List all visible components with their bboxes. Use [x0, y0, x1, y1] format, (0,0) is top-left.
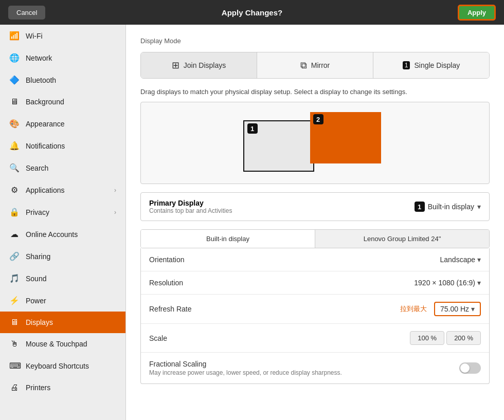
- orientation-row: Orientation Landscape ▾: [141, 248, 489, 271]
- mirror-icon: ⧉: [300, 60, 307, 71]
- scale-100-button[interactable]: 100 %: [410, 331, 444, 345]
- display-box-1[interactable]: 1: [243, 120, 314, 172]
- scale-200-button[interactable]: 200 %: [446, 331, 481, 345]
- primary-display-label: Primary Display: [149, 199, 410, 207]
- refresh-rate-value: 75.00 Hz: [440, 305, 469, 313]
- tab-join-displays[interactable]: ⊞ Join Displays: [141, 52, 257, 78]
- sub-tabs: Built-in display Lenovo Group Limited 24…: [140, 229, 490, 248]
- orientation-dropdown-arrow: ▾: [477, 255, 481, 264]
- sidebar-item-label: Applications: [26, 186, 65, 194]
- main-layout: 📶 Wi-Fi 🌐 Network 🔷 Bluetooth 🖥 Backgrou…: [0, 25, 504, 420]
- refresh-rate-label: Refresh Rate: [149, 305, 400, 313]
- sidebar-item-label: Network: [26, 54, 52, 62]
- topbar-title: Apply Changes?: [222, 8, 282, 17]
- applications-icon: ⚙: [9, 185, 20, 195]
- settings-table: Orientation Landscape ▾ Resolution 1920 …: [140, 248, 490, 384]
- sidebar-item-mouse-touchpad[interactable]: 🖱 Mouse & Touchpad: [0, 333, 125, 355]
- tab-single-display[interactable]: 1 Single Display: [373, 52, 489, 78]
- notifications-icon: 🔔: [9, 141, 20, 151]
- online-accounts-icon: ☁: [9, 229, 20, 239]
- sidebar-item-background[interactable]: 🖥 Background: [0, 91, 125, 113]
- chevron-right-icon: ›: [114, 187, 116, 194]
- sharing-icon: 🔗: [9, 251, 20, 261]
- sidebar-item-displays[interactable]: 🖥 Displays: [0, 312, 125, 333]
- power-icon: ⚡: [9, 296, 20, 305]
- sidebar-item-search[interactable]: 🔍 Search: [0, 157, 125, 179]
- search-icon: 🔍: [9, 163, 20, 173]
- sub-tab-lenovo[interactable]: Lenovo Group Limited 24": [315, 230, 489, 248]
- resolution-dropdown[interactable]: 1920 × 1080 (16:9) ▾: [414, 279, 481, 287]
- resolution-dropdown-arrow: ▾: [477, 279, 481, 287]
- mouse-icon: 🖱: [9, 339, 20, 349]
- display-box-2[interactable]: 2: [310, 112, 381, 163]
- sidebar-item-printers[interactable]: 🖨 Printers: [0, 377, 125, 398]
- background-icon: 🖥: [9, 97, 20, 106]
- privacy-icon: 🔒: [9, 207, 20, 217]
- orientation-label: Orientation: [149, 255, 440, 264]
- keyboard-icon: ⌨: [9, 361, 20, 371]
- sidebar-item-label: Sharing: [26, 252, 50, 261]
- cancel-button[interactable]: Cancel: [8, 6, 45, 20]
- sidebar-item-notifications[interactable]: 🔔 Notifications: [0, 135, 125, 157]
- primary-display-name: Built-in display: [428, 203, 474, 211]
- sidebar-item-appearance[interactable]: 🎨 Appearance: [0, 113, 125, 135]
- sidebar-item-power[interactable]: ⚡ Power: [0, 289, 125, 312]
- sub-tab-builtin[interactable]: Built-in display: [141, 230, 315, 248]
- appearance-icon: 🎨: [9, 119, 20, 129]
- tab-mirror[interactable]: ⧉ Mirror: [257, 52, 373, 78]
- fractional-scaling-toggle[interactable]: [459, 362, 481, 374]
- primary-display-select[interactable]: 1 Built-in display ▾: [415, 202, 481, 212]
- sidebar-item-label: Privacy: [26, 208, 49, 216]
- sidebar-item-label: Online Accounts: [26, 230, 78, 239]
- refresh-rate-hint: 拉到最大: [400, 304, 427, 314]
- orientation-value: Landscape: [440, 255, 475, 264]
- sidebar-item-bluetooth[interactable]: 🔷 Bluetooth: [0, 69, 125, 91]
- sidebar-item-applications[interactable]: ⚙ Applications ›: [0, 179, 125, 201]
- refresh-rate-value-area: 拉到最大 75.00 Hz ▾: [400, 302, 481, 316]
- sidebar-item-label: Bluetooth: [26, 76, 56, 84]
- display-preview-inner: 1 2: [243, 112, 387, 174]
- sidebar-item-label: Displays: [26, 318, 53, 326]
- sidebar-item-network[interactable]: 🌐 Network: [0, 47, 125, 69]
- sidebar-item-wifi[interactable]: 📶 Wi-Fi: [0, 25, 125, 47]
- primary-display-dropdown-arrow[interactable]: ▾: [477, 203, 481, 211]
- refresh-rate-dropdown-arrow: ▾: [471, 305, 475, 313]
- primary-display-row: Primary Display Contains top bar and Act…: [140, 192, 490, 221]
- sidebar-item-label: Keyboard Shortcuts: [26, 362, 89, 370]
- sidebar-item-sound[interactable]: 🎵 Sound: [0, 267, 125, 289]
- sidebar-item-online-accounts[interactable]: ☁ Online Accounts: [0, 223, 125, 245]
- sound-icon: 🎵: [9, 273, 20, 283]
- sidebar-item-sharing[interactable]: 🔗 Sharing: [0, 245, 125, 267]
- display-1-number: 1: [247, 123, 258, 134]
- content-area: Display Mode ⊞ Join Displays ⧉ Mirror 1 …: [126, 25, 504, 420]
- network-icon: 🌐: [9, 53, 20, 63]
- printers-icon: 🖨: [9, 383, 20, 392]
- displays-icon: 🖥: [9, 318, 20, 327]
- fractional-scaling-label: Fractional Scaling: [149, 360, 459, 368]
- refresh-rate-dropdown[interactable]: 75.00 Hz ▾: [434, 302, 481, 316]
- apply-button[interactable]: Apply: [458, 5, 496, 21]
- sidebar-item-privacy[interactable]: 🔒 Privacy ›: [0, 201, 125, 223]
- scale-row: Scale 100 % 200 %: [141, 324, 489, 353]
- scale-buttons: 100 % 200 %: [410, 331, 481, 345]
- orientation-dropdown[interactable]: Landscape ▾: [440, 255, 481, 264]
- tab-single-label: Single Display: [414, 61, 460, 69]
- resolution-value: 1920 × 1080 (16:9): [414, 279, 475, 287]
- bluetooth-icon: 🔷: [9, 75, 20, 85]
- sidebar-item-label: Power: [26, 297, 46, 305]
- resolution-label: Resolution: [149, 279, 414, 287]
- sidebar-item-label: Appearance: [26, 120, 65, 128]
- sidebar-item-keyboard-shortcuts[interactable]: ⌨ Keyboard Shortcuts: [0, 355, 125, 377]
- primary-display-num: 1: [415, 202, 425, 212]
- display-mode-title: Display Mode: [140, 37, 490, 45]
- refresh-rate-row: Refresh Rate 拉到最大 75.00 Hz ▾: [141, 295, 489, 324]
- fractional-scaling-info: Fractional Scaling May increase power us…: [149, 360, 459, 376]
- scale-label: Scale: [149, 334, 410, 342]
- chevron-right-icon: ›: [114, 209, 116, 216]
- resolution-row: Resolution 1920 × 1080 (16:9) ▾: [141, 271, 489, 295]
- wifi-icon: 📶: [9, 31, 20, 41]
- primary-display-info: Primary Display Contains top bar and Act…: [149, 199, 410, 214]
- topbar: Cancel Apply Changes? Apply: [0, 0, 504, 25]
- sidebar-item-label: Wi-Fi: [26, 32, 43, 40]
- fractional-scaling-row: Fractional Scaling May increase power us…: [141, 353, 489, 384]
